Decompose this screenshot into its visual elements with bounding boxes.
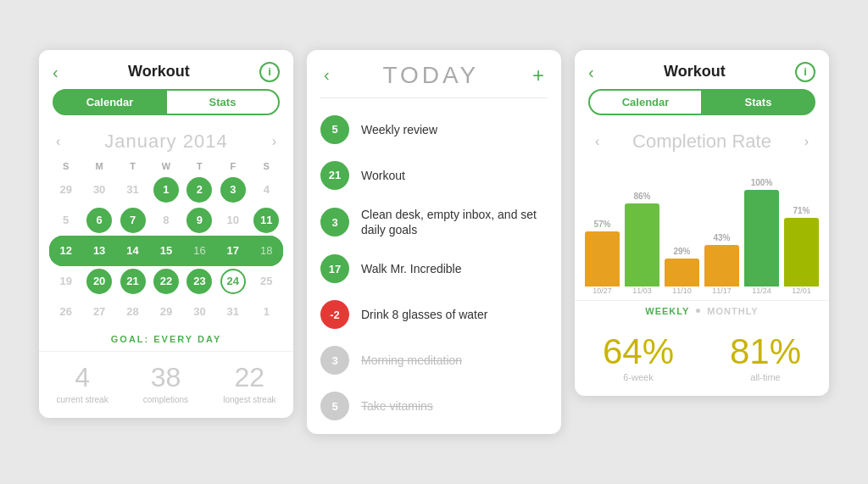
cal-day-3[interactable]: 3 [220, 177, 246, 203]
cal-row-4: 19 20 21 22 23 24 25 [49, 266, 283, 297]
cal-day-6[interactable]: 6 [86, 208, 112, 233]
task-item-1[interactable]: 5 Weekly review [307, 107, 561, 153]
cal-day-14[interactable]: 14 [120, 238, 146, 264]
today-back-button[interactable]: ‹ [324, 65, 330, 85]
big-stat-6week-value: 64% [603, 331, 674, 372]
task-text-6: Morning meditation [361, 353, 462, 368]
stat-completions-value: 38 [143, 362, 188, 393]
cal-day-7[interactable]: 7 [120, 208, 146, 233]
bar-rect-5[interactable] [784, 218, 819, 287]
screen3-back-button[interactable]: ‹ [588, 64, 594, 81]
task-item-5[interactable]: -2 Drink 8 glasses of water [307, 292, 561, 337]
cal-prev-btn[interactable]: ‹ [49, 132, 67, 151]
cal-day-24[interactable]: 24 [220, 269, 246, 294]
task-badge-2: 21 [320, 161, 349, 190]
cal-day-9[interactable]: 9 [186, 208, 212, 233]
task-badge-5: -2 [320, 300, 349, 329]
bar-pct-label-3: 43% [713, 233, 730, 242]
screen1-back-button[interactable]: ‹ [53, 64, 58, 81]
cal-day-29b[interactable]: 29 [153, 299, 179, 325]
stat-current-streak: 4 current streak [57, 362, 108, 404]
bar-col-1: 86% [625, 163, 659, 287]
cal-day-23[interactable]: 23 [186, 269, 212, 294]
view-dot [696, 309, 700, 313]
cal-day-28[interactable]: 28 [120, 299, 146, 325]
cal-month-label: January 2014 [104, 131, 227, 153]
cal-day-8[interactable]: 8 [153, 208, 179, 233]
big-stat-alltime-value: 81% [730, 331, 801, 372]
cal-day-18[interactable]: 18 [253, 238, 279, 264]
cal-day-13[interactable]: 13 [86, 238, 112, 264]
task-item-6[interactable]: 3 Morning meditation [307, 337, 561, 383]
goal-text: GOAL: EVERY DAY [49, 327, 283, 348]
stat-longest-value: 22 [223, 362, 275, 393]
calendar-grid: S M T W T F S 29 30 31 1 [49, 158, 283, 327]
screen1-tab-toggle: Calendar Stats [39, 89, 293, 124]
bar-rect-4[interactable] [744, 190, 779, 287]
cal-day-27[interactable]: 27 [86, 299, 112, 325]
cal-day-11[interactable]: 11 [253, 208, 279, 233]
calendar-nav: ‹ January 2014 › [49, 131, 283, 153]
screen1-stats-row: 4 current streak 38 completions 22 longe… [39, 351, 293, 418]
task-item-3[interactable]: 3 Clean desk, empty inbox, and set daily… [307, 198, 561, 246]
cal-next-btn[interactable]: › [265, 132, 283, 151]
weekday-s1: S [49, 158, 82, 175]
screen1-info-button[interactable]: i [259, 62, 280, 82]
completion-prev-btn[interactable]: ‹ [588, 132, 606, 151]
task-item-4[interactable]: 17 Walk Mr. Incredible [307, 246, 561, 292]
stat-longest-label: longest streak [223, 395, 275, 404]
bar-pct-label-0: 57% [593, 220, 610, 229]
bar-pct-label-2: 29% [673, 247, 690, 256]
bar-rect-2[interactable] [665, 259, 699, 287]
chart-x-label-1: 11/03 [625, 287, 659, 295]
cal-day-10[interactable]: 10 [220, 208, 246, 233]
chart-x-labels: 10/2711/0311/1011/1711/2412/01 [585, 287, 819, 300]
big-stat-6week-label: 6-week [603, 372, 674, 382]
bar-rect-3[interactable] [704, 245, 739, 287]
task-text-5: Drink 8 glasses of water [361, 307, 487, 322]
screen3-info-button[interactable]: i [795, 62, 815, 82]
bar-rect-0[interactable] [585, 231, 620, 287]
cal-day-21[interactable]: 21 [120, 269, 146, 294]
cal-day-15[interactable]: 15 [153, 238, 179, 264]
tab-calendar[interactable]: Calendar [53, 89, 166, 115]
chart-x-label-4: 11/24 [744, 287, 779, 295]
task-list: 5 Weekly review 21 Workout 3 Clean desk,… [307, 102, 561, 434]
cal-day-31[interactable]: 31 [120, 177, 146, 203]
bar-pct-label-4: 100% [751, 178, 773, 187]
cal-day-16[interactable]: 16 [186, 238, 212, 264]
cal-row-5: 26 27 28 29 30 31 1 [49, 297, 283, 327]
cal-day-30[interactable]: 30 [86, 177, 112, 203]
tab3-calendar[interactable]: Calendar [588, 89, 702, 115]
cal-day-5[interactable]: 5 [53, 208, 79, 233]
bar-col-3: 43% [704, 163, 739, 287]
completion-next-btn[interactable]: › [798, 132, 815, 151]
cal-day-1[interactable]: 1 [153, 177, 179, 203]
task-item-7[interactable]: 5 Take vitamins [307, 383, 561, 429]
view-monthly-btn[interactable]: MONTHLY [707, 306, 758, 316]
cal-day-26[interactable]: 26 [53, 299, 79, 325]
task-item-2[interactable]: 21 Workout [307, 153, 561, 198]
cal-day-25[interactable]: 25 [253, 269, 279, 294]
cal-day-12[interactable]: 12 [53, 238, 79, 264]
tab3-stats[interactable]: Stats [702, 89, 815, 115]
task-text-1: Weekly review [361, 122, 437, 137]
cal-day-1b[interactable]: 1 [253, 299, 279, 325]
cal-day-4[interactable]: 4 [253, 177, 279, 203]
cal-day-29[interactable]: 29 [53, 177, 79, 203]
cal-day-20[interactable]: 20 [86, 269, 112, 294]
chart-x-label-0: 10/27 [585, 287, 620, 295]
cal-day-2[interactable]: 2 [186, 177, 212, 203]
tab-stats[interactable]: Stats [166, 89, 280, 115]
cal-day-22[interactable]: 22 [153, 269, 179, 294]
weekday-f: F [216, 158, 249, 175]
cal-day-30b[interactable]: 30 [186, 299, 212, 325]
bar-rect-1[interactable] [625, 203, 659, 287]
cal-day-19[interactable]: 19 [53, 269, 79, 294]
cal-day-31b[interactable]: 31 [220, 299, 246, 325]
today-add-button[interactable]: + [532, 64, 544, 87]
screen3-title: Workout [664, 63, 726, 81]
cal-day-17[interactable]: 17 [220, 238, 246, 264]
view-weekly-btn[interactable]: WEEKLY [645, 306, 689, 316]
bar-chart-container: 57%86%29%43%100%71% 10/2711/0311/1011/17… [575, 156, 829, 300]
